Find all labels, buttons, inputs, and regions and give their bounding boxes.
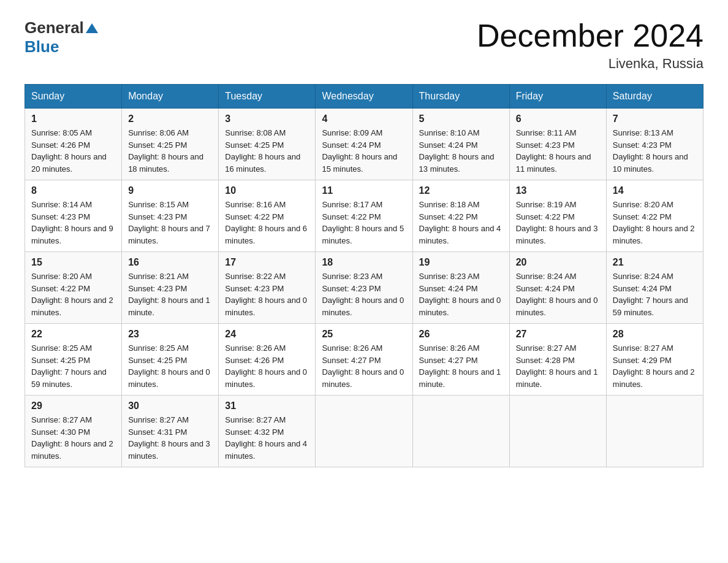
day-info: Sunrise: 8:27 AM Sunset: 4:32 PM Dayligh… <box>225 414 309 462</box>
day-number: 30 <box>128 400 212 412</box>
day-number: 18 <box>322 257 406 268</box>
day-number: 23 <box>128 329 212 340</box>
day-number: 22 <box>31 329 115 340</box>
month-year-title: December 2024 <box>477 18 703 53</box>
day-number: 27 <box>516 329 600 340</box>
calendar-week-row: 15 Sunrise: 8:20 AM Sunset: 4:22 PM Dayl… <box>25 252 703 324</box>
page-header: General Blue December 2024 Livenka, Russ… <box>25 18 703 72</box>
day-number: 7 <box>613 113 697 124</box>
day-number: 10 <box>225 185 309 196</box>
day-number: 1 <box>31 113 115 124</box>
day-number: 3 <box>225 113 309 124</box>
day-info: Sunrise: 8:27 AM Sunset: 4:31 PM Dayligh… <box>128 414 212 462</box>
calendar-cell <box>412 396 509 467</box>
day-info: Sunrise: 8:20 AM Sunset: 4:22 PM Dayligh… <box>613 199 697 247</box>
logo: General Blue <box>25 18 98 56</box>
calendar-cell <box>316 396 412 467</box>
day-info: Sunrise: 8:19 AM Sunset: 4:22 PM Dayligh… <box>516 199 600 247</box>
calendar-table: SundayMondayTuesdayWednesdayThursdayFrid… <box>25 84 703 467</box>
day-info: Sunrise: 8:21 AM Sunset: 4:23 PM Dayligh… <box>128 270 212 318</box>
day-number: 9 <box>128 185 212 196</box>
day-info: Sunrise: 8:27 AM Sunset: 4:28 PM Dayligh… <box>516 342 600 390</box>
header-tuesday: Tuesday <box>219 85 316 109</box>
calendar-cell: 12 Sunrise: 8:18 AM Sunset: 4:22 PM Dayl… <box>412 180 509 252</box>
calendar-cell: 20 Sunrise: 8:24 AM Sunset: 4:24 PM Dayl… <box>509 252 606 324</box>
calendar-cell: 26 Sunrise: 8:26 AM Sunset: 4:27 PM Dayl… <box>412 324 509 396</box>
day-info: Sunrise: 8:20 AM Sunset: 4:22 PM Dayligh… <box>31 270 115 318</box>
calendar-cell: 16 Sunrise: 8:21 AM Sunset: 4:23 PM Dayl… <box>122 252 219 324</box>
logo-blue: Blue <box>25 37 59 56</box>
day-info: Sunrise: 8:06 AM Sunset: 4:25 PM Dayligh… <box>128 127 212 175</box>
day-info: Sunrise: 8:15 AM Sunset: 4:23 PM Dayligh… <box>128 199 212 247</box>
header-monday: Monday <box>122 85 219 109</box>
day-info: Sunrise: 8:09 AM Sunset: 4:24 PM Dayligh… <box>322 127 406 175</box>
calendar-cell: 31 Sunrise: 8:27 AM Sunset: 4:32 PM Dayl… <box>219 396 316 467</box>
day-info: Sunrise: 8:27 AM Sunset: 4:30 PM Dayligh… <box>31 414 115 462</box>
day-info: Sunrise: 8:24 AM Sunset: 4:24 PM Dayligh… <box>613 270 697 318</box>
header-friday: Friday <box>509 85 606 109</box>
day-number: 11 <box>322 185 406 196</box>
calendar-cell: 21 Sunrise: 8:24 AM Sunset: 4:24 PM Dayl… <box>606 252 703 324</box>
day-number: 28 <box>613 329 697 340</box>
day-number: 26 <box>419 329 503 340</box>
day-number: 19 <box>419 257 503 268</box>
calendar-cell: 27 Sunrise: 8:27 AM Sunset: 4:28 PM Dayl… <box>509 324 606 396</box>
calendar-cell: 18 Sunrise: 8:23 AM Sunset: 4:23 PM Dayl… <box>316 252 412 324</box>
calendar-cell: 28 Sunrise: 8:27 AM Sunset: 4:29 PM Dayl… <box>606 324 703 396</box>
day-number: 29 <box>31 400 115 412</box>
day-number: 17 <box>225 257 309 268</box>
day-number: 12 <box>419 185 503 196</box>
day-number: 8 <box>31 185 115 196</box>
calendar-cell <box>509 396 606 467</box>
calendar-cell <box>606 396 703 467</box>
calendar-cell: 4 Sunrise: 8:09 AM Sunset: 4:24 PM Dayli… <box>316 109 412 180</box>
day-info: Sunrise: 8:27 AM Sunset: 4:29 PM Dayligh… <box>613 342 697 390</box>
day-number: 2 <box>128 113 212 124</box>
day-info: Sunrise: 8:10 AM Sunset: 4:24 PM Dayligh… <box>419 127 503 175</box>
calendar-cell: 3 Sunrise: 8:08 AM Sunset: 4:25 PM Dayli… <box>219 109 316 180</box>
header-sunday: Sunday <box>25 85 122 109</box>
day-number: 6 <box>516 113 600 124</box>
calendar-cell: 30 Sunrise: 8:27 AM Sunset: 4:31 PM Dayl… <box>122 396 219 467</box>
calendar-cell: 24 Sunrise: 8:26 AM Sunset: 4:26 PM Dayl… <box>219 324 316 396</box>
day-number: 16 <box>128 257 212 268</box>
calendar-week-row: 22 Sunrise: 8:25 AM Sunset: 4:25 PM Dayl… <box>25 324 703 396</box>
day-info: Sunrise: 8:26 AM Sunset: 4:26 PM Dayligh… <box>225 342 309 390</box>
day-number: 5 <box>419 113 503 124</box>
day-number: 13 <box>516 185 600 196</box>
day-info: Sunrise: 8:16 AM Sunset: 4:22 PM Dayligh… <box>225 199 309 247</box>
day-info: Sunrise: 8:14 AM Sunset: 4:23 PM Dayligh… <box>31 199 115 247</box>
header-wednesday: Wednesday <box>316 85 412 109</box>
day-number: 4 <box>322 113 406 124</box>
calendar-cell: 25 Sunrise: 8:26 AM Sunset: 4:27 PM Dayl… <box>316 324 412 396</box>
calendar-week-row: 8 Sunrise: 8:14 AM Sunset: 4:23 PM Dayli… <box>25 180 703 252</box>
calendar-cell: 7 Sunrise: 8:13 AM Sunset: 4:23 PM Dayli… <box>606 109 703 180</box>
calendar-cell: 11 Sunrise: 8:17 AM Sunset: 4:22 PM Dayl… <box>316 180 412 252</box>
calendar-cell: 19 Sunrise: 8:23 AM Sunset: 4:24 PM Dayl… <box>412 252 509 324</box>
day-number: 21 <box>613 257 697 268</box>
calendar-cell: 14 Sunrise: 8:20 AM Sunset: 4:22 PM Dayl… <box>606 180 703 252</box>
calendar-cell: 23 Sunrise: 8:25 AM Sunset: 4:25 PM Dayl… <box>122 324 219 396</box>
day-info: Sunrise: 8:24 AM Sunset: 4:24 PM Dayligh… <box>516 270 600 318</box>
header-saturday: Saturday <box>606 85 703 109</box>
calendar-week-row: 29 Sunrise: 8:27 AM Sunset: 4:30 PM Dayl… <box>25 396 703 467</box>
logo-general: General <box>25 18 84 37</box>
calendar-header-row: SundayMondayTuesdayWednesdayThursdayFrid… <box>25 85 703 109</box>
calendar-cell: 13 Sunrise: 8:19 AM Sunset: 4:22 PM Dayl… <box>509 180 606 252</box>
calendar-cell: 2 Sunrise: 8:06 AM Sunset: 4:25 PM Dayli… <box>122 109 219 180</box>
title-block: December 2024 Livenka, Russia <box>477 18 703 72</box>
calendar-cell: 8 Sunrise: 8:14 AM Sunset: 4:23 PM Dayli… <box>25 180 122 252</box>
calendar-cell: 15 Sunrise: 8:20 AM Sunset: 4:22 PM Dayl… <box>25 252 122 324</box>
calendar-cell: 6 Sunrise: 8:11 AM Sunset: 4:23 PM Dayli… <box>509 109 606 180</box>
day-info: Sunrise: 8:26 AM Sunset: 4:27 PM Dayligh… <box>322 342 406 390</box>
calendar-cell: 5 Sunrise: 8:10 AM Sunset: 4:24 PM Dayli… <box>412 109 509 180</box>
day-info: Sunrise: 8:17 AM Sunset: 4:22 PM Dayligh… <box>322 199 406 247</box>
day-info: Sunrise: 8:18 AM Sunset: 4:22 PM Dayligh… <box>419 199 503 247</box>
calendar-cell: 10 Sunrise: 8:16 AM Sunset: 4:22 PM Dayl… <box>219 180 316 252</box>
day-info: Sunrise: 8:23 AM Sunset: 4:24 PM Dayligh… <box>419 270 503 318</box>
day-info: Sunrise: 8:11 AM Sunset: 4:23 PM Dayligh… <box>516 127 600 175</box>
calendar-cell: 17 Sunrise: 8:22 AM Sunset: 4:23 PM Dayl… <box>219 252 316 324</box>
day-number: 31 <box>225 400 309 412</box>
day-number: 14 <box>613 185 697 196</box>
day-number: 25 <box>322 329 406 340</box>
